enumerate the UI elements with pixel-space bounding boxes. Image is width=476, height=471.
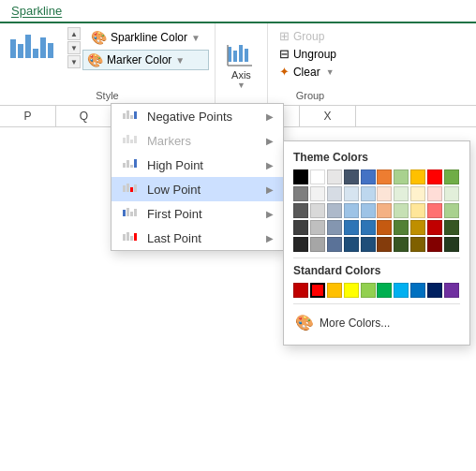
theme-color-swatch[interactable] [444, 186, 459, 201]
sparkline-preview-group: ▲ ▼ ▼ [6, 27, 81, 68]
theme-color-swatch[interactable] [361, 237, 376, 252]
color-divider-2 [293, 303, 460, 304]
theme-colors-row-4 [293, 237, 460, 252]
theme-color-swatch[interactable] [344, 220, 359, 235]
theme-color-swatch[interactable] [427, 237, 442, 252]
first-icon [121, 206, 140, 221]
theme-color-swatch[interactable] [293, 203, 308, 218]
first-chevron: ▶ [266, 209, 274, 219]
theme-color-swatch[interactable] [361, 203, 376, 218]
theme-color-swatch[interactable] [427, 169, 442, 184]
theme-color-swatch[interactable] [444, 237, 459, 252]
theme-colors-label: Theme Colors [293, 151, 460, 164]
standard-colors-row [293, 283, 460, 298]
theme-color-swatch[interactable] [310, 186, 325, 201]
menu-item-low[interactable]: Low Point ▶ [112, 177, 283, 201]
theme-color-swatch[interactable] [394, 237, 409, 252]
theme-color-swatch[interactable] [310, 203, 325, 218]
theme-color-swatch[interactable] [361, 220, 376, 235]
theme-color-swatch[interactable] [344, 203, 359, 218]
ungroup-icon: ⊟ [279, 47, 290, 61]
theme-color-swatch[interactable] [377, 237, 392, 252]
theme-color-swatch[interactable] [293, 186, 308, 201]
theme-color-swatch[interactable] [327, 237, 342, 252]
more-colors-btn[interactable]: 🎨 More Colors... [293, 310, 460, 335]
standard-color-swatch[interactable] [293, 283, 308, 298]
theme-color-swatch[interactable] [394, 203, 409, 218]
theme-color-swatch[interactable] [410, 186, 425, 201]
standard-color-swatch[interactable] [344, 283, 359, 298]
axis-btn-container[interactable]: Axis ▼ [226, 27, 256, 101]
color-buttons-col: 🎨 Sparkline Color ▼ 🎨 Marker Color ▼ [82, 27, 209, 70]
theme-color-swatch[interactable] [344, 169, 359, 184]
svg-rect-1 [18, 44, 23, 58]
theme-color-swatch[interactable] [427, 220, 442, 235]
theme-color-swatch[interactable] [377, 186, 392, 201]
theme-color-swatch[interactable] [361, 186, 376, 201]
svg-rect-15 [134, 111, 137, 119]
scroll-down-btn[interactable]: ▼ [67, 41, 81, 54]
theme-color-swatch[interactable] [394, 169, 409, 184]
ribbon-section-inner: ▲ ▼ ▼ 🎨 Sparkline Color ▼ 🎨 Marker Color… [6, 27, 209, 86]
standard-color-swatch[interactable] [310, 283, 325, 298]
theme-color-swatch[interactable] [427, 203, 442, 218]
ungroup-btn[interactable]: ⊟ Ungroup [275, 45, 345, 63]
theme-color-swatch[interactable] [394, 186, 409, 201]
theme-color-swatch[interactable] [293, 169, 308, 184]
theme-color-swatch[interactable] [344, 186, 359, 201]
scroll-up-btn[interactable]: ▲ [67, 27, 81, 40]
theme-color-swatch[interactable] [377, 203, 392, 218]
standard-color-swatch[interactable] [427, 283, 442, 298]
theme-color-swatch[interactable] [410, 220, 425, 235]
theme-color-swatch[interactable] [310, 220, 325, 235]
theme-color-swatch[interactable] [293, 237, 308, 252]
theme-color-swatch[interactable] [444, 169, 459, 184]
theme-color-swatch[interactable] [377, 220, 392, 235]
scroll-more-btn[interactable]: ▼ [67, 55, 81, 68]
standard-color-swatch[interactable] [444, 283, 459, 298]
sparkline-color-btn[interactable]: 🎨 Sparkline Color ▼ [82, 27, 209, 48]
theme-color-swatch[interactable] [410, 237, 425, 252]
svg-rect-20 [123, 163, 126, 168]
theme-color-swatch[interactable] [293, 220, 308, 235]
theme-colors-row-3 [293, 220, 460, 235]
theme-colors-row-0 [293, 169, 460, 184]
cell-q[interactable]: Q [56, 106, 112, 126]
menu-item-negative[interactable]: Negative Points ▶ [112, 104, 283, 128]
theme-color-swatch[interactable] [377, 169, 392, 184]
clear-label: Clear [293, 66, 320, 79]
theme-color-swatch[interactable] [344, 237, 359, 252]
cell-x[interactable]: X [300, 106, 356, 126]
theme-color-swatch[interactable] [327, 169, 342, 184]
theme-color-swatch[interactable] [310, 237, 325, 252]
theme-color-swatch[interactable] [410, 169, 425, 184]
menu-item-last[interactable]: Last Point ▶ [112, 226, 283, 250]
theme-color-swatch[interactable] [394, 220, 409, 235]
group-label: Group [293, 30, 324, 43]
theme-color-swatch[interactable] [444, 203, 459, 218]
standard-color-swatch[interactable] [361, 283, 376, 298]
standard-color-swatch[interactable] [394, 283, 409, 298]
menu-item-first[interactable]: First Point ▶ [112, 201, 283, 226]
menu-markers-label: Markers [147, 134, 191, 148]
theme-color-swatch[interactable] [310, 169, 325, 184]
clear-btn[interactable]: ✦ Clear ▼ [275, 63, 345, 81]
ribbon-tab-sparkline[interactable]: Sparkline [0, 0, 476, 23]
theme-color-swatch[interactable] [444, 220, 459, 235]
theme-color-swatch[interactable] [361, 169, 376, 184]
standard-color-swatch[interactable] [410, 283, 425, 298]
color-picker-panel: Theme Colors Standard Colors 🎨 More Colo… [283, 140, 470, 346]
cell-p[interactable]: P [0, 106, 56, 126]
last-icon [121, 230, 140, 245]
theme-color-swatch[interactable] [327, 186, 342, 201]
theme-color-swatch[interactable] [427, 186, 442, 201]
svg-rect-8 [239, 45, 243, 62]
standard-color-swatch[interactable] [377, 283, 392, 298]
svg-rect-35 [134, 233, 137, 241]
marker-color-btn[interactable]: 🎨 Marker Color ▼ [82, 50, 209, 70]
standard-color-swatch[interactable] [327, 283, 342, 298]
theme-color-swatch[interactable] [327, 203, 342, 218]
menu-item-high[interactable]: High Point ▶ [112, 153, 283, 177]
theme-color-swatch[interactable] [327, 220, 342, 235]
theme-color-swatch[interactable] [410, 203, 425, 218]
